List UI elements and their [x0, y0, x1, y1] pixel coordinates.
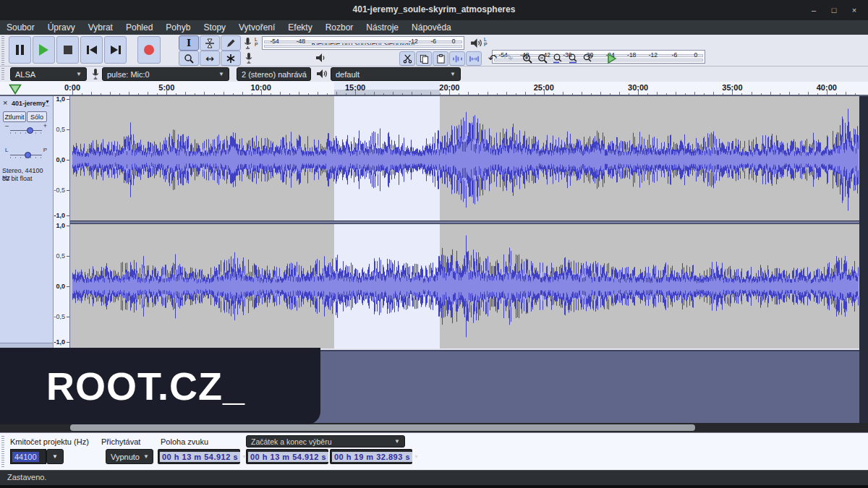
redo-button[interactable]: ↷ — [501, 51, 516, 66]
track-close-icon[interactable]: × — [3, 98, 7, 107]
menu-bar: SouborÚpravyVybratPohledPohybStopyVytvoř… — [0, 20, 868, 35]
timeline-tick — [506, 92, 507, 95]
timeshift-tool-button[interactable]: ↔ — [200, 51, 220, 66]
zoom-selection-button[interactable] — [550, 51, 565, 66]
track-waveform-area[interactable] — [70, 96, 859, 348]
horizontal-scrollbar-thumb[interactable] — [70, 424, 695, 431]
zoom-toggle-button[interactable] — [580, 51, 595, 66]
waveform-canvas[interactable] — [70, 96, 859, 348]
maximize-button[interactable]: □ — [826, 4, 842, 17]
recording-meter[interactable]: Klepněte pro spuštění sledování -54-48-1… — [262, 36, 464, 50]
input-channels-select[interactable]: 2 (stereo) nahrává▼ — [237, 67, 311, 81]
status-text: Zastaveno. — [7, 473, 46, 481]
timeline-tick — [478, 93, 479, 95]
envelope-icon — [205, 38, 215, 48]
play-button[interactable] — [33, 36, 55, 64]
timeline-label: 0:00 — [64, 83, 80, 92]
menu-efekty[interactable]: Efekty — [281, 20, 318, 35]
timeline-label: 15:00 — [345, 83, 365, 92]
minimize-button[interactable]: – — [806, 4, 822, 17]
stop-icon — [64, 46, 72, 54]
project-rate-dropdown-button[interactable]: ▼ — [46, 449, 64, 464]
menu-pohled[interactable]: Pohled — [119, 20, 159, 35]
track-pan-slider[interactable]: L P — [10, 150, 42, 160]
mute-button[interactable]: Ztlumit — [3, 111, 26, 122]
pause-button[interactable] — [9, 36, 31, 64]
project-rate-input[interactable]: 44100 — [10, 449, 46, 464]
record-meter-tick: -6 — [431, 38, 437, 45]
play-meter-speaker-icon[interactable] — [470, 38, 482, 48]
zoom-out-icon — [537, 53, 548, 64]
track-name[interactable]: 401-jeremy_ — [12, 100, 49, 107]
timeline-tick — [666, 93, 667, 95]
cut-button[interactable] — [399, 51, 415, 66]
toolbar-grip[interactable] — [1, 36, 4, 65]
selection-range-mode-select[interactable]: Začátek a konec výběru▼ — [246, 435, 405, 448]
menu-nástroje[interactable]: Nástroje — [359, 20, 405, 35]
skip-end-button[interactable] — [104, 36, 127, 64]
track-control-panel: × 401-jeremy_ ▼ Ztlumit Sólo – + L P Ste… — [0, 96, 54, 348]
stop-button[interactable] — [56, 36, 79, 64]
copy-button[interactable] — [416, 51, 432, 66]
menu-nápověda[interactable]: Nápověda — [405, 20, 458, 35]
vertical-scrollbar[interactable] — [859, 96, 868, 423]
skip-start-button[interactable] — [80, 36, 103, 64]
zoom-in-button[interactable] — [519, 51, 535, 66]
close-button[interactable]: × — [846, 4, 862, 17]
selection-tool-button[interactable]: I — [179, 35, 199, 51]
audio-position-label: Poloha zvuku — [161, 437, 208, 446]
timeline-tick — [280, 92, 281, 95]
ruler-tick — [67, 160, 69, 160]
ruler-tick — [67, 190, 69, 191]
timeline-tick — [242, 92, 243, 95]
toolbar-band: I ↔ — [0, 35, 868, 67]
track-gain-slider[interactable]: – + — [10, 125, 42, 135]
menu-pohyb[interactable]: Pohyb — [159, 20, 197, 35]
audio-host-select[interactable]: ALSA▼ — [10, 67, 87, 81]
menu-úpravy[interactable]: Úpravy — [41, 20, 82, 35]
timeline-ruler[interactable]: 0:005:0010:0015:0020:0025:0030:0035:0040… — [0, 82, 868, 96]
timeline-label: 30:00 — [628, 83, 648, 92]
pinned-playhead-icon[interactable] — [9, 84, 22, 95]
track-menu-chevron-icon[interactable]: ▼ — [45, 99, 50, 104]
menu-vybrat[interactable]: Vybrat — [82, 20, 119, 35]
track-gain-thumb[interactable] — [27, 127, 33, 134]
menu-soubor[interactable]: Soubor — [0, 20, 41, 35]
record-meter-tick: -12 — [409, 38, 417, 45]
chevron-down-icon: ▼ — [52, 453, 58, 460]
chevron-down-icon: ▼ — [412, 454, 420, 459]
silence-selection-button[interactable] — [466, 51, 482, 66]
play-at-speed-button[interactable] — [603, 51, 621, 66]
menu-stopy[interactable]: Stopy — [197, 20, 232, 35]
paste-button[interactable] — [433, 51, 448, 66]
zoom-fit-button[interactable] — [565, 51, 580, 66]
snap-select[interactable]: Vypnuto▼ — [106, 449, 153, 464]
trim-outside-button[interactable] — [449, 51, 465, 66]
project-rate-label: Kmitočet projektu (Hz) — [10, 437, 89, 446]
device-toolbar: ALSA▼ pulse: Mic:0▼ 2 (stereo) nahrává▼… — [0, 67, 868, 82]
input-device-select[interactable]: pulse: Mic:0▼ — [102, 67, 229, 81]
timeline-tick — [676, 92, 676, 95]
selection-start-field[interactable]: 00 h 13 m 54.912 s▼ — [246, 449, 328, 464]
asterisk-icon — [226, 53, 236, 64]
timeline-tick — [110, 92, 111, 95]
paste-icon — [436, 54, 446, 64]
ruler-tick — [67, 226, 69, 226]
timeline-label: 25:00 — [534, 83, 554, 92]
zoom-tool-button[interactable] — [179, 51, 199, 66]
multi-tool-button[interactable] — [221, 51, 241, 66]
draw-tool-button[interactable] — [221, 35, 241, 51]
zoom-out-button[interactable] — [535, 51, 550, 66]
record-meter-mic-icon[interactable] — [243, 37, 252, 50]
audio-position-field[interactable]: 00 h 13 m 54.912 s▼ — [158, 449, 240, 464]
output-device-select[interactable]: default▼ — [331, 67, 461, 81]
timeline-tick — [610, 93, 610, 95]
solo-button[interactable]: Sólo — [27, 111, 47, 122]
selection-end-field[interactable]: 00 h 19 m 32.893 s▼ — [330, 449, 412, 464]
menu-rozbor[interactable]: Rozbor — [319, 20, 360, 35]
envelope-tool-button[interactable] — [200, 35, 220, 51]
undo-button[interactable]: ↶ — [485, 51, 501, 66]
timeline-tick — [619, 92, 620, 95]
record-button[interactable] — [137, 36, 161, 64]
menu-vytvoření[interactable]: Vytvoření — [232, 20, 281, 35]
